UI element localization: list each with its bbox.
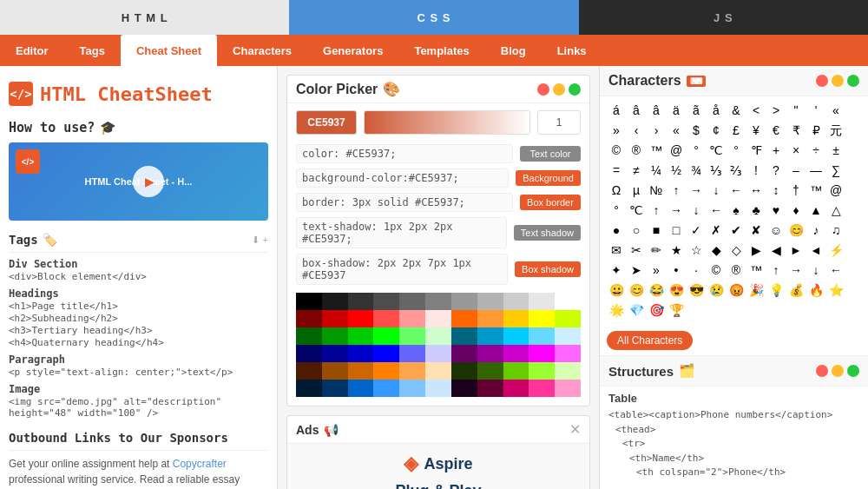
img-code[interactable]: <img src="demo.jpg" alt="description" he… — [9, 396, 268, 419]
palette-cell[interactable] — [529, 380, 555, 397]
chars-close-btn[interactable] — [816, 75, 828, 87]
char-item[interactable]: ✏ — [647, 241, 666, 261]
h2-code[interactable]: <h2>Subheading</h2> — [9, 313, 268, 324]
palette-cell[interactable] — [529, 362, 555, 380]
char-item[interactable]: ? — [766, 162, 786, 181]
palette-cell[interactable] — [503, 362, 529, 380]
char-item[interactable]: ä — [667, 102, 686, 121]
char-item[interactable]: ° — [687, 142, 706, 161]
palette-cell[interactable] — [555, 327, 581, 345]
char-item[interactable]: › — [647, 122, 666, 141]
char-item[interactable]: ☆ — [687, 241, 706, 261]
char-item[interactable]: ↓ — [687, 202, 706, 221]
color-label-textshadow[interactable]: Text shadow — [514, 225, 581, 241]
char-item[interactable]: ▲ — [806, 202, 825, 221]
char-item[interactable]: + — [766, 142, 786, 161]
tags-copy-icon[interactable]: ⬇ — [252, 235, 260, 246]
char-item[interactable]: 😡 — [727, 281, 746, 301]
char-item[interactable]: ™ — [647, 142, 666, 161]
char-item[interactable]: ★ — [667, 241, 686, 261]
char-item[interactable]: » — [607, 122, 626, 141]
char-item[interactable]: Ω — [607, 182, 626, 201]
char-item[interactable]: 🎉 — [746, 281, 766, 301]
div-code[interactable]: <div>Block element</div> — [9, 271, 268, 282]
all-characters-button[interactable]: All Characters — [607, 331, 693, 350]
palette-cell[interactable] — [373, 327, 399, 345]
char-item[interactable]: ○ — [627, 221, 646, 241]
char-item[interactable]: ▶ — [746, 241, 766, 261]
palette-cell[interactable] — [399, 380, 425, 397]
char-item[interactable]: ℃ — [627, 202, 646, 221]
palette-cell[interactable] — [348, 327, 374, 345]
char-item[interactable]: ° — [727, 142, 746, 161]
html-section[interactable]: H T M L — [0, 0, 289, 35]
char-item[interactable]: 💎 — [627, 301, 646, 320]
tab-characters[interactable]: Characters — [217, 35, 307, 66]
char-item[interactable]: å — [707, 102, 726, 121]
palette-cell[interactable] — [425, 310, 451, 327]
palette-cell[interactable] — [348, 293, 374, 310]
char-item[interactable]: □ — [667, 221, 686, 241]
css-section[interactable]: C S S — [289, 0, 578, 35]
tab-links[interactable]: Links — [542, 35, 602, 66]
palette-cell[interactable] — [399, 345, 425, 362]
char-item[interactable]: ↑ — [667, 182, 686, 201]
char-item[interactable]: ♠ — [727, 202, 746, 221]
char-item[interactable]: © — [707, 261, 726, 281]
palette-cell[interactable] — [322, 293, 348, 310]
color-code-border[interactable]: border: 3px solid #CE5937; — [296, 193, 513, 212]
char-item[interactable]: ➤ — [627, 261, 646, 281]
palette-cell[interactable] — [503, 327, 529, 345]
palette-cell[interactable] — [322, 380, 348, 397]
char-item[interactable]: ≠ — [627, 162, 646, 181]
js-section[interactable]: J S — [579, 0, 868, 35]
char-item[interactable]: ☺ — [766, 221, 786, 241]
palette-cell[interactable] — [451, 293, 477, 310]
palette-cell[interactable] — [373, 345, 399, 362]
color-swatch[interactable]: CE5937 — [296, 110, 357, 135]
char-item[interactable]: № — [647, 182, 666, 201]
palette-cell[interactable] — [451, 327, 477, 345]
char-item[interactable]: 😍 — [667, 281, 686, 301]
char-item[interactable]: ‹ — [627, 122, 646, 141]
palette-cell[interactable] — [477, 293, 503, 310]
palette-cell[interactable] — [451, 362, 477, 380]
color-label-text[interactable]: Text color — [520, 146, 581, 162]
char-item[interactable]: ! — [746, 162, 766, 181]
char-item[interactable]: 元 — [826, 122, 845, 141]
palette-cell[interactable] — [373, 293, 399, 310]
char-item[interactable]: ✦ — [607, 261, 626, 281]
char-item[interactable]: 🎯 — [647, 301, 666, 320]
palette-cell[interactable] — [373, 362, 399, 380]
char-item[interactable]: ◇ — [727, 241, 746, 261]
tab-blog[interactable]: Blog — [485, 35, 542, 66]
char-item[interactable]: » — [647, 261, 666, 281]
palette-cell[interactable] — [348, 362, 374, 380]
palette-cell[interactable] — [451, 380, 477, 397]
palette-cell[interactable] — [373, 380, 399, 397]
char-item[interactable]: 🔥 — [806, 281, 825, 301]
char-item[interactable]: 😀 — [607, 281, 626, 301]
palette-cell[interactable] — [555, 380, 581, 397]
color-code-bg[interactable]: background-color:#CE5937; — [296, 169, 509, 188]
play-button[interactable] — [133, 166, 164, 197]
palette-cell[interactable] — [425, 345, 451, 362]
char-item[interactable]: ' — [806, 102, 825, 121]
palette-cell[interactable] — [296, 345, 322, 362]
char-item[interactable]: ℃ — [707, 142, 726, 161]
palette-cell[interactable] — [296, 293, 322, 310]
palette-cell[interactable] — [555, 345, 581, 362]
char-item[interactable]: ◆ — [707, 241, 726, 261]
palette-cell[interactable] — [399, 362, 425, 380]
palette-cell[interactable] — [296, 310, 322, 327]
char-item[interactable]: ← — [826, 261, 845, 281]
char-item[interactable]: & — [727, 102, 746, 121]
char-item[interactable]: @ — [667, 142, 686, 161]
palette-cell[interactable] — [451, 310, 477, 327]
palette-cell[interactable] — [296, 327, 322, 345]
char-item[interactable]: ↑ — [766, 261, 786, 281]
char-item[interactable]: µ — [627, 182, 646, 201]
char-item[interactable]: ↔ — [746, 182, 766, 201]
palette-cell[interactable] — [425, 380, 451, 397]
struct-close-btn[interactable] — [816, 365, 828, 377]
